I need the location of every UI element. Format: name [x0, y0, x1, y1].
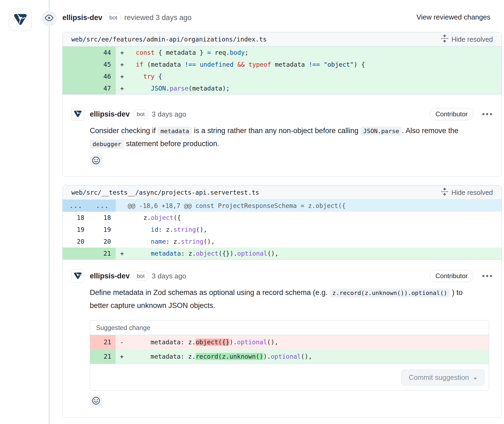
file-header: web/src/__tests__/async/projects-api.ser… — [63, 185, 502, 200]
code-line: metadata: z.object({}).optional(), — [128, 248, 502, 259]
new-line-number: 21 — [89, 248, 116, 259]
old-line-number — [63, 47, 89, 59]
diff-line: 20 20 name: z.string(), — [63, 236, 502, 248]
code-line: const { metadata } = req.body; — [128, 47, 502, 59]
diff-sign: + — [116, 82, 128, 94]
old-line-number: 19 — [63, 224, 89, 236]
bot-badge: bot — [106, 13, 121, 22]
hunk-old-dots: ... — [63, 200, 89, 212]
fold-icon — [441, 188, 449, 197]
contributor-badge: Contributor — [430, 270, 473, 282]
fold-icon — [441, 34, 449, 44]
diff-sign: + — [116, 47, 128, 59]
comment-timestamp[interactable]: 3 days ago — [152, 110, 186, 118]
suggestion-addition-line: 21 + metadata: z.record(z.unknown()).opt… — [90, 349, 489, 364]
suggestion-deletion-line: 21 - metadata: z.object({}).optional(), — [90, 335, 489, 349]
comment-author[interactable]: ellipsis-dev — [90, 110, 130, 118]
old-line-number — [63, 59, 89, 70]
diff-sign: + — [116, 349, 128, 364]
old-line-number — [63, 82, 89, 94]
suggested-change-block: Suggested change 21 - metadata: z.object… — [90, 320, 489, 391]
review-comment-card: web/src/__tests__/async/projects-api.ser… — [62, 185, 502, 417]
new-line-number: 46 — [89, 70, 116, 82]
ellipsis-logo-icon — [13, 12, 28, 27]
comment-text-line: Consider checking if metadata is a strin… — [90, 124, 493, 137]
avatar[interactable] — [71, 269, 84, 282]
add-reaction-button[interactable] — [90, 395, 102, 407]
old-line-number: 18 — [63, 212, 89, 224]
hide-resolved-button[interactable]: Hide resolved — [441, 188, 493, 197]
comment-text-line: Define metadata in Zod schemas as option… — [90, 286, 493, 299]
hide-resolved-label: Hide resolved — [451, 36, 493, 43]
diff-sign: + — [116, 70, 128, 82]
diff-sign: + — [116, 59, 128, 70]
view-reviewed-changes-link[interactable]: View reviewed changes — [416, 13, 490, 21]
old-line-number: 20 — [63, 236, 89, 248]
kebab-menu-icon[interactable] — [481, 274, 493, 278]
comment-body: Consider checking if metadata is a strin… — [90, 124, 493, 150]
diff-line: 19 19 id: z.string(), — [63, 224, 502, 236]
new-line-number: 47 — [89, 82, 116, 94]
diff-line: 18 18 z.object({ — [63, 212, 502, 224]
hide-resolved-button[interactable]: Hide resolved — [441, 34, 493, 44]
code-line: id: z.string(), — [128, 224, 502, 236]
caret-down-icon — [473, 373, 477, 382]
comment: ellipsis-dev bot 3 days ago Contributor … — [63, 95, 502, 176]
hunk-header-text: @@ -18,6 +18,7 @@ const ProjectResponseS… — [116, 200, 502, 212]
timeline-line — [49, 0, 50, 424]
ellipsis-logo-icon — [74, 109, 82, 119]
diff-line: 46 + try { — [63, 70, 502, 82]
diff-line: 45 + if (metadata !== undefined && typeo… — [63, 59, 502, 70]
smiley-icon — [91, 396, 101, 406]
new-line-number: 19 — [89, 224, 116, 236]
file-header: web/src/ee/features/admin-api/organizati… — [63, 32, 502, 47]
file-path-link[interactable]: web/src/__tests__/async/projects-api.ser… — [71, 189, 259, 196]
avatar[interactable] — [71, 108, 84, 121]
comment-body: Define metadata in Zod schemas as option… — [90, 286, 493, 312]
diff-sign: - — [116, 335, 128, 349]
review-event-badge — [41, 11, 57, 26]
smiley-icon — [91, 156, 101, 166]
add-reaction-button[interactable] — [90, 155, 102, 167]
diff-line: 44 + const { metadata } = req.body; — [63, 47, 502, 59]
diff-line: 47 + JSON.parse(metadata); — [63, 82, 502, 94]
suggested-change-title: Suggested change — [90, 320, 489, 335]
code-line: JSON.parse(metadata); — [128, 82, 502, 94]
code-line: z.object({ — [128, 212, 502, 224]
commit-suggestion-button[interactable]: Commit suggestion — [401, 370, 484, 385]
new-line-number: 18 — [89, 212, 116, 224]
commit-suggestion-label: Commit suggestion — [409, 373, 469, 382]
comment: ellipsis-dev bot 3 days ago Contributor … — [63, 260, 502, 417]
diff-sign — [116, 212, 128, 224]
comment-text-line: debugger statement before production. — [90, 137, 493, 150]
review-thread: ellipsis-dev bot reviewed 3 days ago Vie… — [0, 0, 504, 424]
diff-sign: + — [116, 248, 128, 259]
hunk-header-line: ... ... @@ -18,6 +18,7 @@ const ProjectR… — [63, 200, 502, 212]
code-line: if (metadata !== undefined && typeof met… — [128, 59, 502, 70]
line-number: 21 — [90, 349, 116, 364]
eye-icon — [45, 14, 53, 23]
new-line-number: 45 — [89, 59, 116, 70]
hunk-new-dots: ... — [89, 200, 116, 212]
kebab-menu-icon[interactable] — [481, 112, 493, 117]
old-line-number — [63, 70, 89, 82]
diff-sign — [116, 224, 128, 236]
ellipsis-logo-icon — [74, 271, 82, 281]
code-line: metadata: z.object({}).optional(), — [128, 335, 489, 349]
hide-resolved-label: Hide resolved — [451, 189, 493, 197]
bot-badge: bot — [133, 271, 148, 281]
comment-author[interactable]: ellipsis-dev — [90, 272, 130, 280]
avatar[interactable] — [9, 8, 32, 31]
suggestion-footer: Commit suggestion — [90, 364, 489, 390]
contributor-badge: Contributor — [430, 108, 473, 120]
code-line: try { — [128, 70, 502, 82]
line-number: 21 — [90, 335, 116, 349]
diff-line: 21 + metadata: z.object({}).optional(), — [63, 248, 502, 259]
diff-block: 44 + const { metadata } = req.body; 45 +… — [63, 47, 502, 95]
code-line: name: z.string(), — [128, 236, 502, 248]
old-line-number — [63, 248, 89, 259]
file-path-link[interactable]: web/src/ee/features/admin-api/organizati… — [71, 36, 267, 43]
review-author[interactable]: ellipsis-dev — [62, 14, 102, 22]
review-comment-card: web/src/ee/features/admin-api/organizati… — [62, 32, 502, 177]
comment-timestamp[interactable]: 3 days ago — [152, 272, 186, 280]
